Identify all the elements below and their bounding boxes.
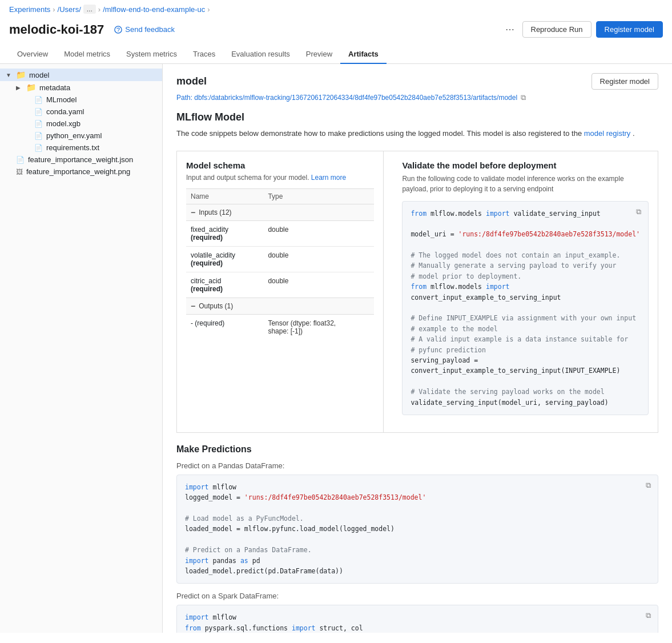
inputs-group-label: − Inputs (12) xyxy=(191,208,369,217)
header-left: melodic-koi-187 Send feedback xyxy=(9,22,178,37)
field-type-volatile-acidity: double xyxy=(263,246,374,272)
inputs-label: Inputs (12) xyxy=(199,208,231,216)
spark-code: import mlflow from pyspark.sql.functions… xyxy=(185,612,650,633)
breadcrumb-run[interactable]: /mlflow-end-to-end-example-uc xyxy=(103,5,205,14)
validate-title: Validate the model before deployment xyxy=(402,160,649,170)
file-icon-mlmodel: 📄 xyxy=(34,96,43,104)
tree-label-model: model xyxy=(29,71,49,79)
field-name-fixed-acidity: fixed_acidity (required) xyxy=(186,220,263,246)
svg-point-1 xyxy=(118,31,119,31)
tree-item-pythonenv[interactable]: 📄 python_env.yaml xyxy=(0,130,162,142)
copy-validate-code-button[interactable]: ⧉ xyxy=(634,206,643,218)
more-options-button[interactable]: ⋯ xyxy=(502,21,518,38)
tab-overview[interactable]: Overview xyxy=(9,45,56,64)
pandas-code: import mlflow logged_model = 'runs:/8df4… xyxy=(185,482,650,577)
field-type-citric-acid: double xyxy=(263,272,374,298)
outputs-group-row: − Outputs (1) xyxy=(186,298,374,314)
breadcrumb-experiments[interactable]: Experiments xyxy=(9,5,50,14)
file-icon-pythonenv: 📄 xyxy=(34,132,43,140)
schema-section: Model schema Input and output schema for… xyxy=(177,151,384,432)
tree-item-conda[interactable]: 📄 conda.yaml xyxy=(0,106,162,118)
svg-point-0 xyxy=(115,26,122,33)
tab-model-metrics[interactable]: Model metrics xyxy=(56,45,118,64)
mlflow-desc: The code snippets below demonstrate how … xyxy=(176,128,658,139)
tab-system-metrics[interactable]: System metrics xyxy=(118,45,185,64)
table-row: - (required) Tensor (dtype: float32,shap… xyxy=(186,314,374,340)
field-name-volatile-acidity: volatile_acidity (required) xyxy=(186,246,263,272)
copy-path-icon[interactable]: ⧉ xyxy=(521,93,526,102)
validate-code: from mlflow.models import validate_servi… xyxy=(411,208,640,408)
feedback-button[interactable]: Send feedback xyxy=(111,23,178,36)
folder-icon-metadata: 📁 xyxy=(26,83,36,92)
outputs-collapse-icon[interactable]: − xyxy=(191,302,195,311)
tree-label-pythonenv: python_env.yaml xyxy=(46,131,102,140)
field-name-citric-acid: citric_acid (required) xyxy=(186,272,263,298)
tree-label-mlmodel: MLmodel xyxy=(46,95,77,104)
tree-item-requirements[interactable]: 📄 requirements.txt xyxy=(0,142,162,154)
outputs-label: Outputs (1) xyxy=(199,302,233,310)
breadcrumb-sep1: › xyxy=(53,5,55,14)
field-type-fixed-acidity: double xyxy=(263,220,374,246)
tree-label-fi-json: feature_importance_weight.json xyxy=(28,155,133,164)
register-model-button-header[interactable]: Register model xyxy=(596,21,663,38)
schema-title: Model schema xyxy=(186,160,374,170)
main-layout: ▼ 📁 model ▶ 📁 metadata 📄 MLmodel 📄 conda… xyxy=(0,64,672,633)
mlflow-desc-start: The code snippets below demonstrate how … xyxy=(176,129,582,138)
breadcrumb: Experiments › /Users/ ... › /mlflow-end-… xyxy=(0,0,672,18)
mlflow-section-title: MLflow Model xyxy=(176,111,658,123)
register-model-button-content[interactable]: Register model xyxy=(591,73,658,90)
reproduce-run-button[interactable]: Reproduce Run xyxy=(522,21,591,38)
tree-item-fi-png[interactable]: 🖼 feature_importance_weight.png xyxy=(0,166,162,178)
predictions-title: Make Predictions xyxy=(176,444,658,455)
pandas-code-block: ⧉ import mlflow logged_model = 'runs:/8d… xyxy=(176,475,658,584)
tree-label-fi-png: feature_importance_weight.png xyxy=(26,167,130,176)
output-type: Tensor (dtype: float32,shape: [-1]) xyxy=(263,314,374,340)
schema-desc: Input and output schema for your model. … xyxy=(186,174,374,182)
page-header: melodic-koi-187 Send feedback ⋯ Reproduc… xyxy=(0,18,672,45)
artifact-title: model xyxy=(176,75,207,87)
model-registry-link[interactable]: model registry xyxy=(584,129,631,138)
tab-traces[interactable]: Traces xyxy=(185,45,223,64)
file-icon-fi-png: 🖼 xyxy=(16,168,23,176)
artifact-path-text: Path: dbfs:/databricks/mlflow-tracking/1… xyxy=(176,94,517,102)
copy-pandas-code-button[interactable]: ⧉ xyxy=(643,480,653,491)
validate-code-block: ⧉ from mlflow.models import validate_ser… xyxy=(402,201,649,415)
output-name: - (required) xyxy=(186,314,263,340)
spark-code-block: ⧉ import mlflow from pyspark.sql.functio… xyxy=(176,605,658,633)
schema-table: Name Type − Inputs (12) xyxy=(186,188,374,340)
copy-spark-code-button[interactable]: ⧉ xyxy=(643,610,653,621)
breadcrumb-sep2: › xyxy=(98,5,100,14)
artifact-header: model Register model xyxy=(176,73,658,90)
tree-item-mlmodel[interactable]: 📄 MLmodel xyxy=(0,94,162,106)
predictions-section: Make Predictions Predict on a Pandas Dat… xyxy=(176,444,658,633)
artifact-path: Path: dbfs:/databricks/mlflow-tracking/1… xyxy=(176,93,658,102)
breadcrumb-path: ... xyxy=(83,5,96,14)
tree-item-modelxgb[interactable]: 📄 model.xgb xyxy=(0,118,162,130)
outputs-group-label: − Outputs (1) xyxy=(191,302,369,311)
tree-item-model[interactable]: ▼ 📁 model xyxy=(0,69,162,81)
spark-subtitle: Predict on a Spark DataFrame: xyxy=(176,592,658,600)
tab-artifacts[interactable]: Artifacts xyxy=(340,45,387,64)
feedback-label: Send feedback xyxy=(125,25,175,34)
schema-learn-more-link[interactable]: Learn more xyxy=(311,174,346,182)
two-col-section: Model schema Input and output schema for… xyxy=(176,151,658,433)
tab-evaluation-results[interactable]: Evaluation results xyxy=(223,45,298,64)
tree-label-conda: conda.yaml xyxy=(46,107,84,116)
tab-preview[interactable]: Preview xyxy=(298,45,340,64)
folder-icon-model: 📁 xyxy=(16,70,26,79)
validate-desc: Run the following code to validate model… xyxy=(402,174,649,194)
table-row: volatile_acidity (required) double xyxy=(186,246,374,272)
file-icon-conda: 📄 xyxy=(34,108,43,116)
file-tree-sidebar: ▼ 📁 model ▶ 📁 metadata 📄 MLmodel 📄 conda… xyxy=(0,64,163,633)
mlflow-desc-end: . xyxy=(633,129,635,138)
tree-item-fi-json[interactable]: 📄 feature_importance_weight.json xyxy=(0,154,162,166)
tree-item-metadata[interactable]: ▶ 📁 metadata xyxy=(0,81,162,94)
tree-label-metadata: metadata xyxy=(39,83,70,92)
breadcrumb-users[interactable]: /Users/ xyxy=(58,5,81,14)
header-right: ⋯ Reproduce Run Register model xyxy=(502,21,663,38)
breadcrumb-sep3: › xyxy=(207,5,210,14)
feedback-icon xyxy=(114,26,122,34)
schema-desc-text: Input and output schema for your model. xyxy=(186,174,309,182)
page-title: melodic-koi-187 xyxy=(9,22,104,37)
inputs-collapse-icon[interactable]: − xyxy=(191,208,195,217)
